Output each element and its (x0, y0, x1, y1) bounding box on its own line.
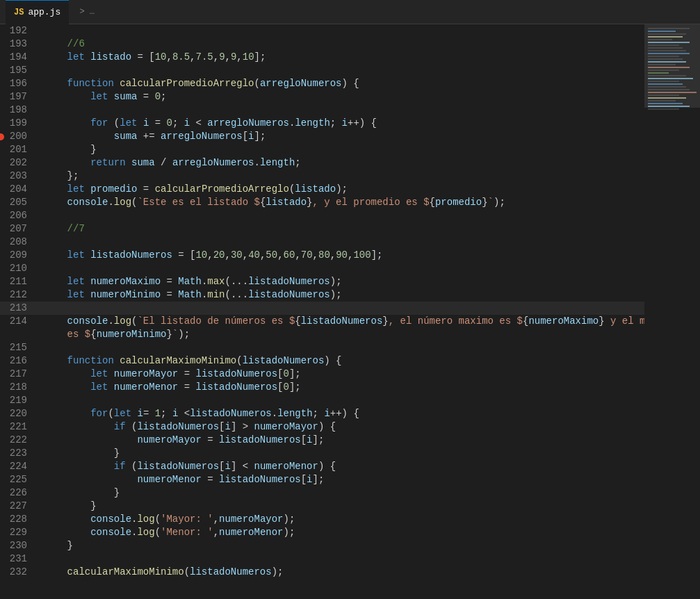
line-content-227: } (38, 500, 644, 513)
line-content-230: } (38, 539, 644, 552)
line-num-213: 213 (0, 302, 38, 315)
line-content-216: function calcularMaximoMinimo(listadoNum… (38, 354, 644, 368)
line-content-218: let numeroMenor = listadoNumeros[0]; (38, 381, 644, 394)
line-230: 230 } (0, 539, 644, 552)
editor-tab[interactable]: JS app.js (6, 0, 69, 24)
line-num-207: 207 (0, 222, 38, 236)
line-num-201: 201 (0, 143, 38, 156)
line-num-223: 223 (0, 447, 38, 460)
line-208: 208 (0, 236, 644, 249)
tab-filename: app.js (28, 7, 60, 17)
line-content-201: } (38, 143, 644, 156)
editor-body: 192 193 //6 194 let listado = [10,8.5,7.… (0, 24, 700, 599)
line-content-212: let numeroMinimo = Math.min(...listadoNu… (38, 288, 644, 302)
line-num-202: 202 (0, 156, 38, 170)
minimap (644, 24, 700, 599)
line-content-232: calcularMaximoMinimo(listadoNumeros); (38, 566, 644, 579)
line-218: 218 let numeroMenor = listadoNumeros[0]; (0, 381, 644, 394)
line-content-194: let listado = [10,8.5,7.5,9,9,10]; (38, 51, 644, 64)
line-232: 232 calcularMaximoMinimo(listadoNumeros)… (0, 566, 644, 579)
editor-container: JS app.js > … 192 193 //6 (0, 0, 700, 599)
line-content-207: //7 (38, 222, 644, 236)
line-214: 214 console.log(`El listado de números e… (0, 315, 644, 328)
line-content-209: let listadoNumeros = [10,20,30,40,50,60,… (38, 249, 644, 262)
breadcrumb-path: … (90, 7, 95, 17)
line-206: 206 (0, 209, 644, 222)
code-lines: 192 193 //6 194 let listado = [10,8.5,7.… (0, 24, 644, 579)
line-217: 217 let numeroMayor = listadoNumeros[0]; (0, 368, 644, 381)
tab-bar: JS app.js > … (0, 0, 700, 24)
line-num-206: 206 (0, 209, 38, 222)
minimap-svg (644, 24, 700, 599)
line-200: 200 suma += arregloNumeros[i]; (0, 130, 644, 143)
line-content-199: for (let i = 0; i < arregloNumeros.lengt… (38, 117, 644, 130)
line-num-232: 232 (0, 566, 38, 579)
line-215: 215 (0, 341, 644, 354)
line-content-229: console.log('Menor: ',numeroMenor); (38, 526, 644, 539)
minimap-viewport (644, 24, 700, 108)
line-num-219: 219 (0, 394, 38, 407)
line-229: 229 console.log('Menor: ',numeroMenor); (0, 526, 644, 539)
line-num-227: 227 (0, 500, 38, 513)
line-num-212: 212 (0, 288, 38, 302)
line-num-199: 199 (0, 117, 38, 130)
line-201: 201 } (0, 143, 644, 156)
line-num-225: 225 (0, 473, 38, 486)
line-211: 211 let numeroMaximo = Math.max(...lista… (0, 275, 644, 288)
line-num-196: 196 (0, 77, 38, 90)
line-content-226: } (38, 486, 644, 500)
line-num-221: 221 (0, 420, 38, 434)
line-content-200: suma += arregloNumeros[i]; (38, 130, 644, 143)
line-222: 222 numeroMayor = listadoNumeros[i]; (0, 434, 644, 447)
line-content-224: if (listadoNumeros[i] < numeroMenor) { (38, 460, 644, 473)
line-203: 203 }; (0, 170, 644, 183)
line-num-230: 230 (0, 539, 38, 552)
line-num-218: 218 (0, 381, 38, 394)
line-num-197: 197 (0, 90, 38, 104)
kw-let-194: let (67, 51, 85, 63)
line-225: 225 numeroMenor = listadoNumeros[i]; (0, 473, 644, 486)
breadcrumb-separator: > (74, 7, 90, 17)
line-num-204: 204 (0, 183, 38, 196)
svg-rect-29 (648, 108, 679, 110)
line-num-220: 220 (0, 407, 38, 420)
line-219: 219 (0, 394, 644, 407)
line-209: 209 let listadoNumeros = [10,20,30,40,50… (0, 249, 644, 262)
code-area[interactable]: 192 193 //6 194 let listado = [10,8.5,7.… (0, 24, 644, 599)
line-content-203: }; (38, 170, 644, 183)
comment-193: //6 (67, 38, 85, 49)
line-210: 210 (0, 262, 644, 275)
breakpoint-200 (0, 133, 4, 140)
var-listado: listado (90, 51, 131, 63)
line-num-193: 193 (0, 38, 38, 51)
line-192: 192 (0, 24, 644, 38)
line-content-205: console.log(`Este es el listado ${listad… (38, 196, 644, 209)
line-221: 221 if (listadoNumeros[i] > numeroMayor)… (0, 420, 644, 434)
line-num-231: 231 (0, 552, 38, 566)
line-num-210: 210 (0, 262, 38, 275)
line-num-226: 226 (0, 486, 38, 500)
line-num-222: 222 (0, 434, 38, 447)
line-196: 196 function calcularPromedioArreglo(arr… (0, 77, 644, 90)
line-num-215: 215 (0, 341, 38, 354)
line-212: 212 let numeroMinimo = Math.min(...lista… (0, 288, 644, 302)
line-199: 199 for (let i = 0; i < arregloNumeros.l… (0, 117, 644, 130)
line-content-214-cont: es ${numeroMinimo}`); (38, 328, 644, 341)
line-content-197: let suma = 0; (38, 90, 644, 104)
line-num-214: 214 (0, 315, 38, 328)
line-num-228: 228 (0, 513, 38, 526)
line-198: 198 (0, 104, 644, 117)
line-227: 227 } (0, 500, 644, 513)
line-214-cont: es ${numeroMinimo}`); (0, 328, 644, 341)
line-num-211: 211 (0, 275, 38, 288)
line-231: 231 (0, 552, 644, 566)
line-num-216: 216 (0, 354, 38, 368)
line-num-194: 194 (0, 51, 38, 64)
line-num-192: 192 (0, 24, 38, 38)
line-194: 194 let listado = [10,8.5,7.5,9,9,10]; (0, 51, 644, 64)
line-220: 220 for(let i= 1; i <listadoNumeros.leng… (0, 407, 644, 420)
line-content-217: let numeroMayor = listadoNumeros[0]; (38, 368, 644, 381)
line-195: 195 (0, 64, 644, 77)
line-224: 224 if (listadoNumeros[i] < numeroMenor)… (0, 460, 644, 473)
line-content-211: let numeroMaximo = Math.max(...listadoNu… (38, 275, 644, 288)
